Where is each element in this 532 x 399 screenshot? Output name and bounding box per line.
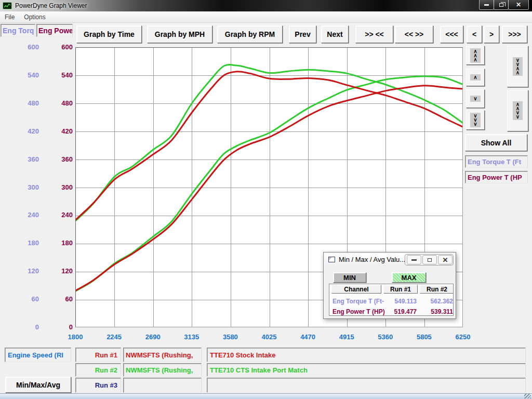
rpm-tick-label: 4915: [330, 333, 363, 341]
zoom-in-x-button[interactable]: >> <<: [355, 25, 393, 43]
minmax-window-icon: [328, 257, 335, 262]
menu-bar: File Options: [0, 11, 532, 23]
zoom-out-y-button[interactable]: ∧∧∨∨: [507, 90, 528, 131]
run-1-description[interactable]: TTE710 Stock Intake: [207, 348, 526, 362]
run-3-description[interactable]: [207, 378, 526, 393]
menu-file[interactable]: File: [0, 12, 19, 22]
torque-tick-label: 120: [3, 267, 39, 275]
rpm-tick-label: 3135: [175, 333, 208, 341]
rpm-tick-label: 6250: [446, 333, 480, 341]
torque-tick-label: 600: [3, 43, 39, 51]
run-1-source[interactable]: NWMSFTS (Rushing,: [123, 348, 202, 362]
window-title: PowerDyne Graph Viewer: [15, 2, 87, 9]
expand-vertical-icon: ∧∧∨∨: [513, 101, 523, 120]
torque-tick-label: 360: [3, 155, 39, 164]
compress-vertical-icon: ∨∨∧∧: [513, 57, 523, 76]
max-toggle-button[interactable]: MAX: [392, 272, 426, 283]
title-bar: PowerDyne Graph Viewer ✕: [0, 0, 532, 11]
run-2-description[interactable]: TTE710 CTS Intake Port Match: [207, 363, 526, 377]
scroll-right-fast-button[interactable]: >>>: [502, 25, 527, 43]
scroll-down-button[interactable]: ∨: [466, 89, 485, 108]
power-tick-label: 600: [36, 43, 73, 51]
minmax-header-run-2[interactable]: Run #2: [420, 285, 454, 294]
graph-by-time-button[interactable]: Graph by Time: [76, 25, 142, 43]
minmax-window-title: Min / Max / Avg Valu...: [339, 256, 405, 263]
min-max-avg-window: Min / Max / Avg Valu... ✕ MIN MAX Channe…: [323, 252, 456, 319]
minmax-header-run-1[interactable]: Run #1: [383, 285, 418, 294]
minmax-channel-name: Eng Power T (HP): [332, 308, 384, 315]
torque-tick-label: 420: [3, 127, 39, 136]
torque-tick-label: 480: [3, 99, 39, 108]
min-max-avg-button[interactable]: Min/Max/Avg: [5, 377, 71, 393]
minimize-icon: [484, 4, 489, 6]
next-button[interactable]: Next: [321, 25, 349, 43]
graph-by-rpm-button[interactable]: Graph by RPM: [217, 25, 283, 43]
run-2-source[interactable]: NWMSFTS (Rushing,: [123, 363, 202, 377]
rpm-tick-label: 5805: [407, 333, 441, 341]
rpm-tick-label: 3580: [214, 333, 247, 341]
chevron-up-icon: ∧: [470, 74, 480, 81]
minmax-header-channel[interactable]: Channel: [331, 285, 381, 294]
power-tick-label: 540: [36, 71, 73, 79]
resize-grip[interactable]: [524, 394, 531, 398]
curve-run-1-eng-torque-t-ft-lbs-: [76, 72, 462, 220]
torque-tick-label: 300: [3, 183, 39, 192]
run-2-label[interactable]: Run #2: [75, 363, 121, 377]
scroll-left-button[interactable]: <: [467, 25, 482, 43]
x-axis-label-box[interactable]: Engine Speed (RI: [5, 348, 71, 362]
power-tick-label: 300: [36, 183, 73, 192]
power-axis-header[interactable]: Eng Powe: [36, 24, 73, 37]
minmax-run2-value: 539.311: [420, 308, 453, 315]
scroll-right-button[interactable]: >: [484, 25, 499, 43]
power-channel-label[interactable]: Eng Power T (HP: [465, 171, 528, 183]
app-icon: [3, 2, 12, 9]
run-1-label[interactable]: Run #1: [75, 348, 121, 362]
prev-button[interactable]: Prev: [289, 25, 316, 43]
power-tick-label: 360: [36, 155, 73, 164]
maximize-button[interactable]: [494, 0, 509, 10]
scroll-left-fast-button[interactable]: <<<: [440, 25, 463, 43]
torque-tick-label: 180: [3, 239, 39, 247]
triple-chevron-up-icon: ∧∧∧: [470, 48, 480, 63]
torque-channel-label[interactable]: Eng Torque T (Ft: [465, 155, 528, 168]
torque-axis-header[interactable]: Eng Torq: [1, 24, 35, 37]
close-button[interactable]: ✕: [508, 0, 529, 10]
zoom-in-y-button[interactable]: ∨∨∧∧: [507, 46, 528, 87]
power-tick-label: 0: [36, 323, 73, 331]
zoom-out-x-button[interactable]: << >>: [395, 25, 433, 43]
rpm-tick-label: 5360: [369, 333, 402, 341]
minmax-table: ChannelRun #1Run #2Eng Torque T (Ft-549.…: [329, 284, 454, 316]
minmax-minimize-button[interactable]: [407, 255, 421, 264]
power-tick-label: 180: [36, 239, 73, 247]
minmax-channel-name: Eng Torque T (Ft-: [332, 298, 384, 305]
restore-icon: [499, 3, 503, 7]
triple-chevron-down-icon: ∨∨∨: [470, 113, 480, 127]
minmax-title-bar[interactable]: Min / Max / Avg Valu... ✕: [325, 254, 455, 265]
torque-tick-label: 0: [3, 323, 39, 331]
torque-tick-label: 540: [3, 71, 39, 79]
scroll-up-button[interactable]: ∧: [466, 69, 485, 86]
window-controls: ✕: [480, 0, 529, 10]
run-3-label[interactable]: Run #3: [75, 378, 121, 393]
minmax-run1-value: 549.113: [383, 298, 417, 305]
minmax-run2-value: 562.362: [420, 298, 453, 305]
scroll-up-fast-button[interactable]: ∧∧∧: [466, 46, 485, 65]
graph-by-mph-button[interactable]: Graph by MPH: [147, 25, 212, 43]
rpm-tick-label: 4025: [252, 333, 286, 341]
minmax-run1-value: 519.477: [383, 308, 417, 315]
scroll-down-fast-button[interactable]: ∨∨∨: [466, 110, 485, 130]
rpm-tick-label: 2245: [98, 333, 131, 341]
minmax-close-button[interactable]: ✕: [438, 255, 453, 264]
menu-options[interactable]: Options: [19, 12, 50, 22]
minimize-button[interactable]: [479, 0, 494, 10]
run-3-source[interactable]: [123, 378, 202, 393]
power-tick-label: 420: [36, 127, 73, 136]
restore-icon: [428, 258, 432, 262]
power-tick-label: 480: [36, 99, 73, 108]
minmax-restore-button[interactable]: [422, 255, 437, 264]
power-tick-label: 60: [36, 295, 73, 303]
show-all-button[interactable]: Show All: [465, 134, 527, 151]
min-toggle-button[interactable]: MIN: [333, 272, 366, 283]
minmax-window-controls: ✕: [405, 254, 454, 265]
power-tick-label: 120: [36, 267, 73, 275]
